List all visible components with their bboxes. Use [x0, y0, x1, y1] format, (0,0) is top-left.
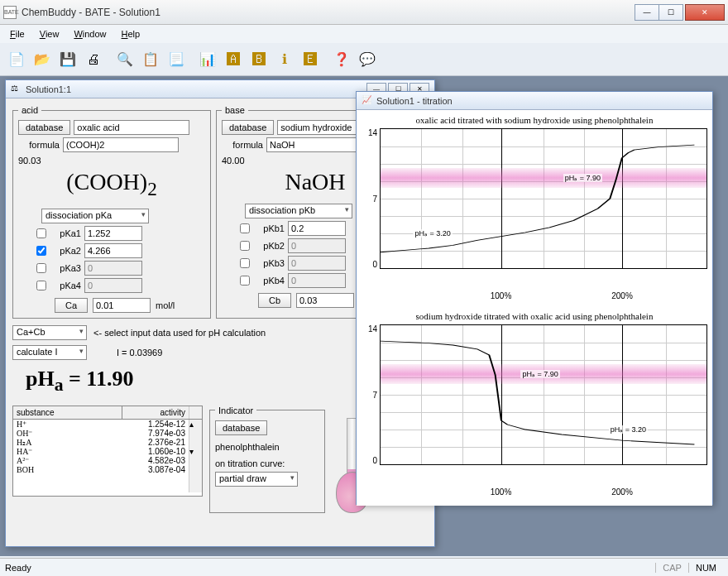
- doc-icon[interactable]: 📃: [165, 48, 188, 71]
- sheet-icon[interactable]: 📋: [139, 48, 162, 71]
- acid-dissociation-dropdown[interactable]: dissociation pKa: [41, 209, 149, 223]
- menu-bar: File View Window Help: [0, 25, 728, 43]
- a-icon[interactable]: 🅰: [222, 48, 245, 71]
- menu-view[interactable]: View: [33, 27, 66, 41]
- cb-button[interactable]: Cb: [258, 293, 291, 308]
- acid-name-input[interactable]: [74, 120, 189, 135]
- pkb3-check[interactable]: [240, 258, 250, 268]
- y-tick: 0: [372, 456, 377, 465]
- table-row: H₂A2.376e-21: [13, 438, 189, 447]
- chart-2-plot: pHₐ = 7.90 pHₐ = 3.20: [380, 324, 707, 465]
- acid-legend: acid: [18, 105, 41, 115]
- acid-mass: 90.03: [18, 156, 41, 166]
- about-icon[interactable]: 💬: [356, 48, 379, 71]
- table-row: HA⁻1.060e-10: [13, 447, 189, 456]
- col-substance[interactable]: substance: [13, 406, 122, 419]
- menu-help[interactable]: Help: [115, 27, 147, 41]
- b-icon[interactable]: 🅱: [247, 48, 271, 71]
- activity-table[interactable]: substance activity H⁺1.254e-12 OH⁻7.974e…: [12, 406, 203, 497]
- y-tick: 0: [372, 260, 377, 269]
- pka2-label: pKa2: [51, 246, 81, 256]
- titration-window: 📈 Solution1 - titration oxalic acid titr…: [356, 91, 713, 505]
- pka4-input[interactable]: [84, 278, 142, 293]
- table-scrollbar[interactable]: ▴▾: [189, 420, 202, 492]
- pka4-check[interactable]: [36, 281, 46, 290]
- table-row: BOH3.087e-04: [13, 465, 189, 474]
- pkb3-input[interactable]: [288, 256, 346, 271]
- print-icon[interactable]: 🖨: [82, 48, 105, 71]
- in-icon[interactable]: ℹ: [273, 48, 296, 71]
- menu-file[interactable]: File: [3, 27, 31, 41]
- indicator-database-button[interactable]: database: [215, 420, 267, 435]
- maximize-button[interactable]: ☐: [659, 4, 683, 21]
- base-mass: 40.00: [222, 156, 245, 166]
- pkb2-check[interactable]: [240, 241, 250, 251]
- mdi-area: ⚖ Solution1:1 — ☐ ✕ acid database formul…: [0, 76, 728, 556]
- draw-mode-dropdown[interactable]: partial draw: [215, 472, 298, 487]
- acid-formula-input[interactable]: [63, 137, 179, 152]
- table-row: OH⁻7.974e-03: [13, 429, 189, 438]
- base-legend: base: [222, 105, 248, 115]
- input-hint: <- select input data used for pH calcula…: [93, 328, 266, 338]
- indicator-legend: Indicator: [215, 406, 256, 415]
- title-bar: BATE ChemBuddy - BATE - Solution1 — ☐ ✕: [0, 0, 728, 25]
- pka3-check[interactable]: [36, 263, 46, 273]
- table-row: H⁺1.254e-12: [13, 420, 189, 429]
- base-database-button[interactable]: database: [222, 120, 274, 135]
- chart-1-title: oxalic acid titrated with sodium hydroxi…: [362, 115, 707, 125]
- chart-1-plot: pHₐ = 7.90 pHₐ = 3.20: [380, 128, 707, 269]
- save-icon[interactable]: 💾: [56, 48, 79, 71]
- balance-icon: ⚖: [11, 84, 22, 95]
- acid-database-button[interactable]: database: [18, 120, 70, 135]
- chart-2-title: sodium hydroxide titrated with oxalic ac…: [362, 311, 707, 321]
- x-tick: 100%: [491, 291, 512, 300]
- acid-formula-label: formula: [18, 140, 60, 150]
- pkb3-label: pKb3: [255, 258, 285, 268]
- close-button[interactable]: ✕: [685, 4, 725, 21]
- y-tick: 14: [368, 128, 377, 137]
- y-tick: 7: [372, 194, 377, 204]
- calc-icon[interactable]: 📊: [196, 48, 219, 71]
- pka2-input[interactable]: [84, 243, 142, 258]
- balance-icon[interactable]: 🔍: [113, 48, 136, 71]
- calculate-dropdown[interactable]: calculate I: [12, 345, 87, 360]
- window-title: ChemBuddy - BATE - Solution1: [22, 7, 635, 18]
- chart-2: sodium hydroxide titrated with oxalic ac…: [362, 311, 707, 499]
- pkb4-input[interactable]: [288, 273, 346, 288]
- pka2-check[interactable]: [36, 246, 46, 256]
- x-tick: 200%: [611, 291, 633, 300]
- col-activity[interactable]: activity: [122, 406, 189, 419]
- solution-window-title: Solution1:1: [26, 84, 366, 94]
- status-num: NUM: [688, 563, 723, 573]
- cb-input[interactable]: [296, 293, 354, 308]
- pka1-check[interactable]: [36, 228, 46, 238]
- ca-button[interactable]: Ca: [55, 298, 88, 313]
- status-cap: CAP: [655, 563, 688, 573]
- on-curve-label: on titration curve:: [215, 458, 319, 468]
- titration-title-bar[interactable]: 📈 Solution1 - titration: [357, 92, 712, 110]
- acid-formula-display: (COOH)2: [18, 169, 205, 200]
- table-row: A²⁻4.582e-03: [13, 456, 189, 465]
- pkb2-input[interactable]: [288, 238, 346, 253]
- pkb1-input[interactable]: [288, 221, 346, 236]
- pka1-input[interactable]: [84, 226, 142, 241]
- pkb4-check[interactable]: [240, 276, 250, 286]
- open-icon[interactable]: 📂: [31, 48, 54, 71]
- new-icon[interactable]: 📄: [5, 48, 28, 71]
- help-icon[interactable]: ❓: [330, 48, 353, 71]
- table-scroll[interactable]: [189, 406, 202, 419]
- input-data-dropdown[interactable]: Ca+Cb: [12, 325, 87, 340]
- x-tick: 200%: [611, 487, 633, 497]
- pka3-label: pKa3: [51, 263, 81, 273]
- pkb2-label: pKb2: [255, 241, 285, 251]
- pka3-input[interactable]: [84, 261, 142, 276]
- pkb1-check[interactable]: [240, 223, 250, 233]
- app-icon: BATE: [3, 6, 17, 19]
- minimize-button[interactable]: —: [635, 4, 659, 21]
- el-icon[interactable]: 🅴: [299, 48, 322, 71]
- status-bar: Ready CAP NUM: [0, 558, 728, 576]
- ca-input[interactable]: [93, 298, 151, 313]
- menu-window[interactable]: Window: [67, 27, 113, 41]
- chart-1: oxalic acid titrated with sodium hydroxi…: [362, 115, 707, 303]
- base-dissociation-dropdown[interactable]: dissociation pKb: [245, 204, 352, 218]
